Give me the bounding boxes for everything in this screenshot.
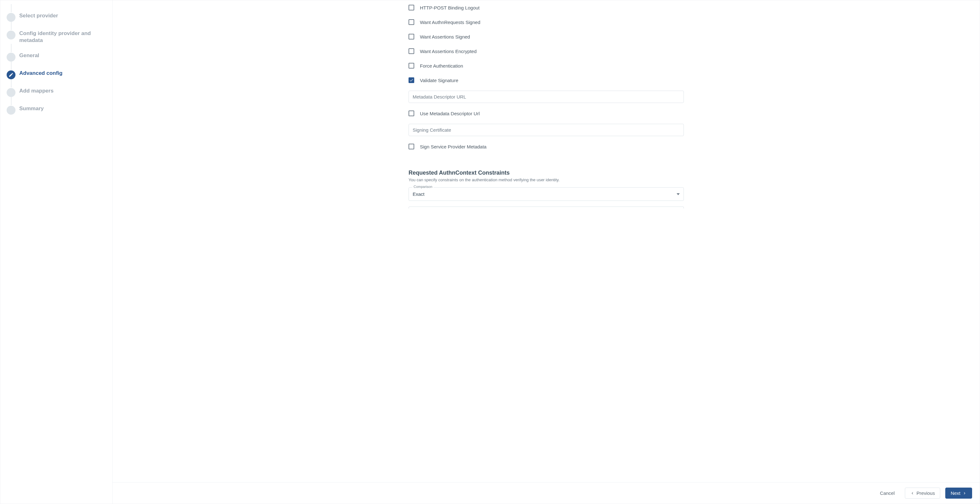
input-signing-certificate[interactable]	[409, 124, 684, 136]
step-general[interactable]: General	[6, 52, 106, 62]
previous-button[interactable]: Previous	[905, 488, 940, 499]
step-label: Add mappers	[19, 87, 54, 94]
section-desc: You can specify constraints on the authe…	[409, 178, 684, 182]
step-label: Select provider	[19, 12, 58, 19]
checkbox-label: Use Metadata Descriptor Url	[420, 111, 480, 116]
checkbox-icon[interactable]	[409, 63, 414, 68]
chevron-down-icon	[676, 193, 680, 195]
checkbox-icon[interactable]	[409, 144, 414, 149]
step-marker-active	[6, 70, 16, 79]
step-marker	[6, 88, 16, 97]
checkbox-want-authnrequests-signed[interactable]: Want AuthnRequests Signed	[409, 15, 684, 29]
step-add-mappers[interactable]: Add mappers	[6, 87, 106, 97]
wizard-sidebar: Select provider Config identity provider…	[0, 0, 113, 504]
section-title: Requested AuthnContext Constraints	[409, 170, 684, 176]
checkbox-force-authentication[interactable]: Force Authentication	[409, 59, 684, 73]
checkbox-http-post-binding-logout[interactable]: HTTP-POST Binding Logout	[409, 0, 684, 15]
step-label: General	[19, 52, 39, 59]
section-authn-context: Requested AuthnContext Constraints You c…	[409, 170, 684, 182]
checkbox-icon[interactable]	[409, 19, 414, 25]
step-marker	[6, 13, 16, 22]
wizard-content[interactable]: HTTP-POST Binding Logout Want AuthnReque…	[113, 0, 980, 482]
button-label: Previous	[916, 491, 935, 496]
select-comparison-wrap: Comparison Exact	[409, 187, 684, 201]
checkbox-validate-signature[interactable]: Validate Signature	[409, 73, 684, 87]
select-comparison[interactable]: Exact	[409, 187, 684, 201]
next-button[interactable]: Next	[945, 488, 972, 499]
form-area: HTTP-POST Binding Logout Want AuthnReque…	[401, 0, 691, 221]
step-marker	[6, 53, 16, 62]
checkbox-want-assertions-signed[interactable]: Want Assertions Signed	[409, 29, 684, 44]
input-signing-certificate-wrap	[409, 124, 684, 136]
button-label: Next	[951, 491, 961, 496]
checkbox-label: Force Authentication	[420, 63, 463, 68]
input-partial-next[interactable]	[409, 207, 684, 208]
checkbox-sign-sp-metadata[interactable]: Sign Service Provider Metadata	[409, 139, 684, 154]
step-summary[interactable]: Summary	[6, 105, 106, 114]
step-config-idp[interactable]: Config identity provider and metadata	[6, 30, 106, 44]
step-marker	[6, 106, 16, 114]
checkbox-label: HTTP-POST Binding Logout	[420, 5, 480, 10]
wizard-steps: Select provider Config identity provider…	[6, 4, 106, 114]
step-marker	[6, 31, 16, 40]
checkbox-use-metadata-descriptor-url[interactable]: Use Metadata Descriptor Url	[409, 106, 684, 121]
wizard-dialog: Select provider Config identity provider…	[0, 0, 980, 504]
step-label: Summary	[19, 105, 44, 112]
checkbox-icon[interactable]	[409, 34, 414, 40]
wizard-footer: Cancel Previous Next	[113, 482, 980, 504]
select-floating-label: Comparison	[412, 185, 433, 189]
checkbox-icon[interactable]	[409, 5, 414, 10]
step-label: Config identity provider and metadata	[19, 30, 101, 44]
checkbox-label: Validate Signature	[420, 78, 458, 83]
input-metadata-descriptor-url-wrap	[409, 91, 684, 103]
button-label: Cancel	[880, 491, 895, 496]
checkbox-label: Sign Service Provider Metadata	[420, 144, 487, 149]
step-label: Advanced config	[19, 70, 62, 77]
select-value: Exact	[413, 191, 425, 197]
checkbox-label: Want Assertions Signed	[420, 34, 470, 40]
edit-icon	[8, 72, 14, 77]
checkbox-icon-checked[interactable]	[409, 77, 414, 83]
wizard-main: HTTP-POST Binding Logout Want AuthnReque…	[113, 0, 980, 504]
check-icon	[409, 78, 414, 83]
input-metadata-descriptor-url[interactable]	[409, 91, 684, 103]
checkbox-icon[interactable]	[409, 48, 414, 54]
cancel-button[interactable]: Cancel	[875, 488, 900, 498]
chevron-right-icon	[963, 491, 967, 496]
step-select-provider[interactable]: Select provider	[6, 12, 106, 22]
chevron-left-icon	[910, 491, 915, 496]
checkbox-want-assertions-encrypted[interactable]: Want Assertions Encrypted	[409, 44, 684, 59]
step-advanced-config[interactable]: Advanced config	[6, 70, 106, 79]
checkbox-label: Want AuthnRequests Signed	[420, 19, 480, 25]
checkbox-label: Want Assertions Encrypted	[420, 49, 477, 54]
checkbox-icon[interactable]	[409, 111, 414, 116]
